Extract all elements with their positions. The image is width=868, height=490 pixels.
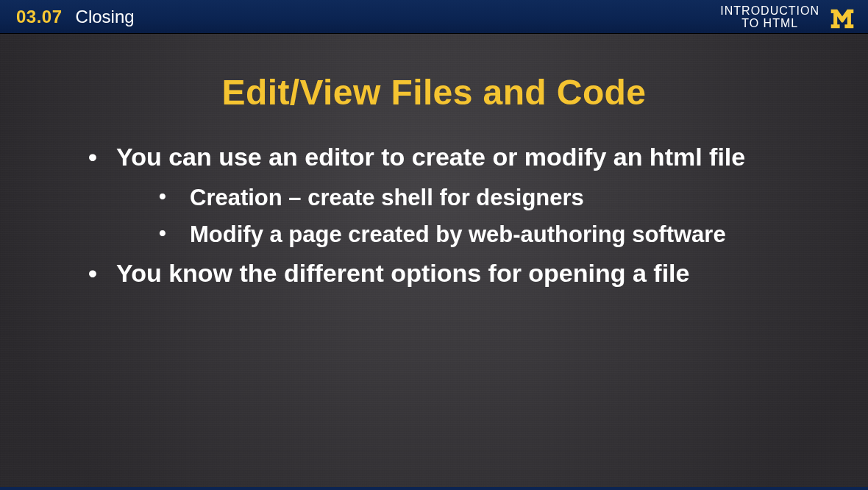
list-item: Creation – create shell for designers	[116, 182, 824, 214]
bullet-text: Modify a page created by web-authoring s…	[190, 221, 726, 247]
lesson-number: 03.07	[16, 7, 63, 27]
bullet-text: You know the different options for openi…	[116, 259, 689, 287]
list-item: Modify a page created by web-authoring s…	[116, 219, 824, 251]
slide-content: You can use an editor to create or modif…	[0, 139, 868, 291]
list-item: You know the different options for openi…	[88, 255, 824, 291]
slide-title: Edit/View Files and Code	[0, 72, 868, 113]
bullet-text: You can use an editor to create or modif…	[116, 143, 745, 171]
list-item: You can use an editor to create or modif…	[88, 139, 824, 251]
slide-body: Edit/View Files and Code You can use an …	[0, 34, 868, 490]
course-title-line1: INTRODUCTION	[720, 4, 819, 17]
section-title: Closing	[76, 7, 135, 27]
course-title-line2: TO HTML	[720, 17, 819, 29]
bottom-border	[0, 487, 868, 490]
header-bar: 03.07 Closing INTRODUCTION TO HTML	[0, 0, 868, 34]
course-title: INTRODUCTION TO HTML	[720, 4, 819, 29]
michigan-logo-icon	[830, 4, 855, 29]
slide: 03.07 Closing INTRODUCTION TO HTML Edit/…	[0, 0, 868, 490]
bullet-text: Creation – create shell for designers	[190, 185, 584, 210]
